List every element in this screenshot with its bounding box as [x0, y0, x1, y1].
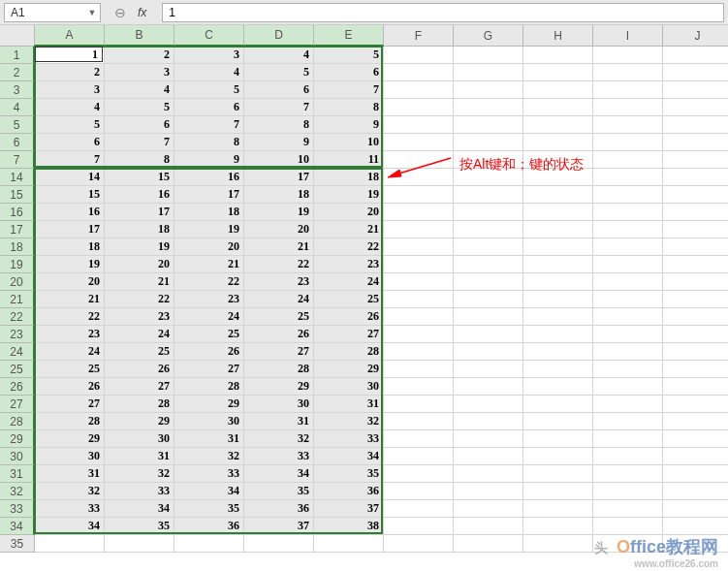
cell-D19[interactable]: 22 [244, 256, 314, 273]
cell-J1[interactable] [663, 47, 728, 64]
cell-J19[interactable] [663, 256, 728, 273]
zoom-icon[interactable]: ⊖ [114, 5, 126, 20]
cell-G33[interactable] [454, 500, 523, 518]
cell-C28[interactable]: 30 [174, 413, 244, 430]
cell-G27[interactable] [454, 396, 523, 413]
cell-F27[interactable] [384, 396, 454, 413]
cell-D31[interactable]: 34 [244, 465, 314, 483]
cell-E14[interactable]: 18 [314, 169, 384, 186]
cell-I14[interactable] [593, 169, 663, 186]
cell-C31[interactable]: 33 [174, 465, 244, 483]
cell-H5[interactable] [523, 116, 593, 134]
row-header-19[interactable]: 19 [0, 256, 35, 273]
cell-C6[interactable]: 8 [174, 134, 244, 151]
row-header-25[interactable]: 25 [0, 361, 35, 378]
cell-C27[interactable]: 29 [174, 396, 244, 413]
cell-H24[interactable] [523, 343, 593, 361]
cell-F34[interactable] [384, 518, 454, 535]
cell-E2[interactable]: 6 [314, 64, 384, 81]
cell-B32[interactable]: 33 [105, 483, 174, 500]
cell-C7[interactable]: 9 [174, 151, 244, 169]
cell-A4[interactable]: 4 [35, 99, 105, 116]
cell-G18[interactable] [454, 238, 523, 256]
cell-F18[interactable] [384, 238, 454, 256]
cell-G22[interactable] [454, 308, 523, 326]
cell-B33[interactable]: 34 [105, 500, 174, 518]
cell-B20[interactable]: 21 [105, 273, 174, 291]
cell-B22[interactable]: 23 [105, 308, 174, 326]
cell-F28[interactable] [384, 413, 454, 430]
cell-A34[interactable]: 34 [35, 518, 105, 535]
cell-B16[interactable]: 17 [105, 204, 174, 221]
cell-D35[interactable] [244, 535, 314, 553]
cell-I33[interactable] [593, 500, 663, 518]
cell-H25[interactable] [523, 361, 593, 378]
cell-F29[interactable] [384, 430, 454, 448]
cell-C2[interactable]: 4 [174, 64, 244, 81]
cell-H29[interactable] [523, 430, 593, 448]
cell-H16[interactable] [523, 204, 593, 221]
cell-C34[interactable]: 36 [174, 518, 244, 535]
cell-B4[interactable]: 5 [105, 99, 174, 116]
cell-G34[interactable] [454, 518, 523, 535]
cell-H15[interactable] [523, 186, 593, 204]
cell-E16[interactable]: 20 [314, 204, 384, 221]
cell-E31[interactable]: 35 [314, 465, 384, 483]
cell-I18[interactable] [593, 238, 663, 256]
cell-E23[interactable]: 27 [314, 326, 384, 343]
cell-D20[interactable]: 23 [244, 273, 314, 291]
cell-J32[interactable] [663, 483, 728, 500]
cell-E24[interactable]: 28 [314, 343, 384, 361]
cell-G15[interactable] [454, 186, 523, 204]
col-header-F[interactable]: F [384, 25, 454, 47]
cell-A35[interactable] [35, 535, 105, 553]
cell-I4[interactable] [593, 99, 663, 116]
cell-G16[interactable] [454, 204, 523, 221]
cell-E30[interactable]: 34 [314, 448, 384, 465]
cell-E6[interactable]: 10 [314, 134, 384, 151]
row-header-1[interactable]: 1 [0, 47, 35, 64]
cell-B26[interactable]: 27 [105, 378, 174, 396]
cell-A3[interactable]: 3 [35, 81, 105, 99]
cell-E26[interactable]: 30 [314, 378, 384, 396]
row-header-16[interactable]: 16 [0, 204, 35, 221]
cell-D28[interactable]: 31 [244, 413, 314, 430]
cell-C33[interactable]: 35 [174, 500, 244, 518]
cell-I24[interactable] [593, 343, 663, 361]
cell-B15[interactable]: 16 [105, 186, 174, 204]
row-header-28[interactable]: 28 [0, 413, 35, 430]
cell-H21[interactable] [523, 291, 593, 308]
cell-C30[interactable]: 32 [174, 448, 244, 465]
fx-icon[interactable]: fx [138, 6, 152, 19]
cell-J21[interactable] [663, 291, 728, 308]
row-header-17[interactable]: 17 [0, 221, 35, 238]
cell-C21[interactable]: 23 [174, 291, 244, 308]
cell-B35[interactable] [105, 535, 174, 553]
row-header-23[interactable]: 23 [0, 326, 35, 343]
cell-D30[interactable]: 33 [244, 448, 314, 465]
cell-C1[interactable]: 3 [174, 47, 244, 64]
cell-J22[interactable] [663, 308, 728, 326]
cell-C16[interactable]: 18 [174, 204, 244, 221]
cell-A18[interactable]: 18 [35, 238, 105, 256]
cell-D29[interactable]: 32 [244, 430, 314, 448]
cell-F2[interactable] [384, 64, 454, 81]
cell-G24[interactable] [454, 343, 523, 361]
row-header-2[interactable]: 2 [0, 64, 35, 81]
cell-E33[interactable]: 37 [314, 500, 384, 518]
cell-C23[interactable]: 25 [174, 326, 244, 343]
cell-E29[interactable]: 33 [314, 430, 384, 448]
cell-E4[interactable]: 8 [314, 99, 384, 116]
cell-I30[interactable] [593, 448, 663, 465]
cell-I2[interactable] [593, 64, 663, 81]
cell-C19[interactable]: 21 [174, 256, 244, 273]
cell-D34[interactable]: 37 [244, 518, 314, 535]
cell-C22[interactable]: 24 [174, 308, 244, 326]
cell-A30[interactable]: 30 [35, 448, 105, 465]
cell-A27[interactable]: 27 [35, 396, 105, 413]
cell-D25[interactable]: 28 [244, 361, 314, 378]
cell-I17[interactable] [593, 221, 663, 238]
cell-H26[interactable] [523, 378, 593, 396]
cell-I20[interactable] [593, 273, 663, 291]
cell-J28[interactable] [663, 413, 728, 430]
